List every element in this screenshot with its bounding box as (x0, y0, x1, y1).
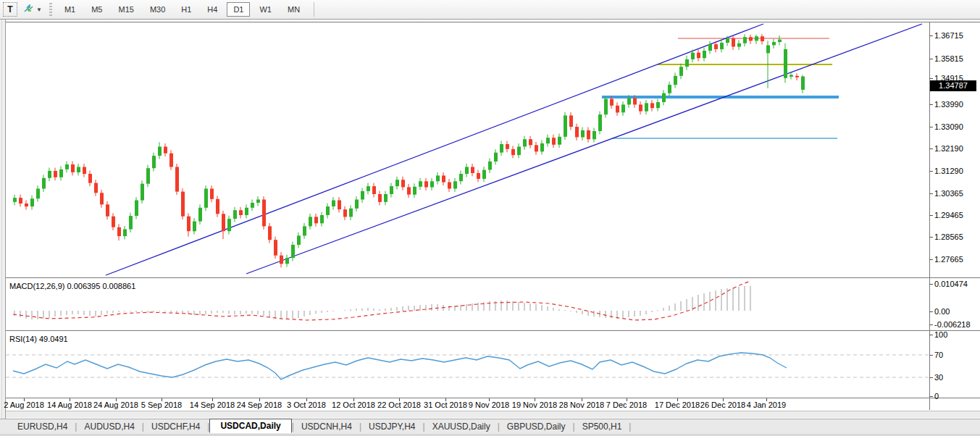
cursor-mode-button[interactable]: ▼ (20, 2, 45, 17)
rsi-axis-label-tick (929, 377, 933, 378)
price-axis-label: 1.33990 (934, 100, 963, 109)
timeframe-button-mn[interactable]: MN (281, 2, 306, 17)
price-axis-label-tick (929, 148, 933, 149)
date-axis-label: 2 Aug 2018 (4, 401, 44, 409)
timeframe-button-m30[interactable]: M30 (143, 2, 172, 17)
rsi-axis-label-tick (929, 335, 933, 335)
rsi-indicator-panel[interactable] (6, 332, 929, 398)
price-axis-label-tick (929, 78, 933, 79)
time-axis-border (6, 398, 980, 398)
macd-label: MACD(12,26,9) 0.006395 0.008861 (9, 282, 135, 290)
price-axis-label: 1.36715 (934, 31, 963, 40)
date-axis-label: 7 Dec 2018 (606, 401, 647, 409)
tab-gbpusd-daily[interactable]: GBPUSD,Daily (500, 420, 573, 433)
tab-eurusd-h4[interactable]: EURUSD,H4 (10, 420, 75, 433)
tab-xauusd-daily[interactable]: XAUUSD,Daily (425, 420, 498, 433)
rsi-axis-label: 70 (934, 351, 943, 359)
timeframe-button-m15[interactable]: M15 (112, 2, 140, 17)
timeframe-button-m5[interactable]: M5 (85, 2, 109, 17)
price-axis-label: 1.29465 (934, 211, 963, 219)
macd-axis-label: 0.010474 (934, 280, 968, 288)
price-axis-label-tick (929, 215, 933, 216)
macd-axis-label: 0.00 (934, 307, 950, 316)
rsi-panel-divider[interactable] (6, 330, 980, 331)
timeframe-button-w1[interactable]: W1 (253, 2, 278, 17)
toolbar: T ▼ M1M5M15M30H1H4D1W1MN (0, 0, 980, 20)
chart-tab-bar: EURUSD,H4|AUDUSD,H4|USDCHF,H4|USDCAD,Dai… (0, 419, 980, 434)
price-axis-label: 1.35815 (934, 54, 963, 63)
macd-axis-label: -0.006218 (934, 320, 971, 329)
date-axis-label: 19 Nov 2018 (512, 401, 557, 409)
rsi-axis-label-tick (929, 355, 933, 356)
toolbar-separator (314, 2, 314, 17)
price-axis-label-tick (929, 127, 933, 127)
date-axis-label: 17 Dec 2018 (655, 401, 700, 409)
rsi-label: RSI(14) 49.0491 (9, 335, 68, 343)
macd-axis-label-tick (929, 324, 933, 325)
date-axis-label: 9 Nov 2018 (469, 401, 509, 409)
price-axis-label-tick (929, 237, 933, 238)
crosshair-arrows-icon (23, 4, 35, 14)
timeframe-button-h4[interactable]: H4 (201, 2, 224, 17)
date-axis-label: 14 Sep 2018 (190, 401, 235, 409)
date-axis-label: 5 Sep 2018 (141, 401, 182, 409)
price-axis-label-tick (929, 259, 933, 260)
rsi-axis-label: 30 (934, 373, 943, 382)
timeframe-button-d1[interactable]: D1 (227, 2, 250, 17)
tab-usdcnh-h4[interactable]: USDCNH,H4 (294, 420, 359, 433)
date-axis-label: 26 Dec 2018 (700, 401, 745, 409)
toolbar-grip[interactable] (49, 3, 52, 16)
chevron-down-icon: ▼ (36, 7, 42, 13)
mt4-terminal: T ▼ M1M5M15M30H1H4D1W1MN ▲ USDCAD,Daily … (0, 0, 980, 436)
price-axis-label: 1.33090 (934, 122, 963, 131)
text-tool-button[interactable]: T (3, 2, 17, 17)
candles-layer (13, 34, 805, 267)
date-axis-label: 22 Oct 2018 (377, 401, 421, 409)
date-axis-label: 31 Oct 2018 (424, 401, 467, 409)
horizontal-scrollbar[interactable] (6, 411, 980, 418)
date-axis-label: 28 Nov 2018 (559, 401, 604, 409)
price-axis-label-tick (929, 193, 933, 194)
date-axis-label: 24 Aug 2018 (93, 401, 138, 409)
tab-audusd-h4[interactable]: AUDUSD,H4 (77, 420, 141, 433)
price-axis-label-tick (929, 35, 933, 36)
macd-axis-label-tick (929, 311, 933, 312)
tab-usdjpy-h4[interactable]: USDJPY,H4 (361, 420, 422, 433)
price-axis-label: 1.28565 (934, 232, 963, 241)
price-axis-label-tick (929, 171, 933, 172)
macd-axis-label-tick (929, 284, 933, 285)
tab-usdchf-h4[interactable]: USDCHF,H4 (144, 420, 207, 433)
price-axis-label: 1.30365 (934, 189, 963, 198)
rsi-line (13, 353, 787, 380)
timeframe-buttons: M1M5M15M30H1H4D1W1MN (56, 2, 308, 17)
date-axis-label: 3 Oct 2018 (287, 401, 326, 409)
rsi-axis-label-tick (929, 396, 933, 397)
window-left-border (0, 20, 6, 436)
macd-indicator-panel[interactable] (6, 279, 929, 330)
channel-upper-line[interactable] (106, 24, 763, 275)
price-axis-label: 1.32190 (934, 144, 963, 153)
rsi-axis-label: 0 (934, 392, 939, 401)
tab-separator: | (629, 422, 631, 432)
macd-panel-divider[interactable] (6, 277, 980, 278)
channel-lower-line[interactable] (246, 24, 922, 274)
current-price-tag: 1.34787 (930, 80, 976, 91)
price-axis-label-tick (929, 104, 933, 105)
tab-sp500-h1[interactable]: SP500,H1 (575, 420, 629, 433)
timeframe-button-h1[interactable]: H1 (175, 2, 198, 17)
price-chart[interactable] (6, 22, 929, 277)
timeframe-button-m1[interactable]: M1 (58, 2, 82, 17)
tab-usdcad-daily[interactable]: USDCAD,Daily (209, 419, 291, 433)
date-axis-label: 14 Aug 2018 (47, 401, 92, 409)
date-axis-label: 4 Jan 2019 (747, 401, 786, 409)
price-axis-label: 1.31290 (934, 167, 963, 175)
rsi-axis-label: 100 (934, 330, 947, 339)
date-axis-label: 24 Sep 2018 (237, 401, 282, 409)
macd-histogram (14, 286, 750, 319)
price-axis-label: 1.27665 (934, 255, 963, 264)
price-axis-label-tick (929, 59, 933, 59)
date-axis-label: 12 Oct 2018 (332, 401, 375, 409)
